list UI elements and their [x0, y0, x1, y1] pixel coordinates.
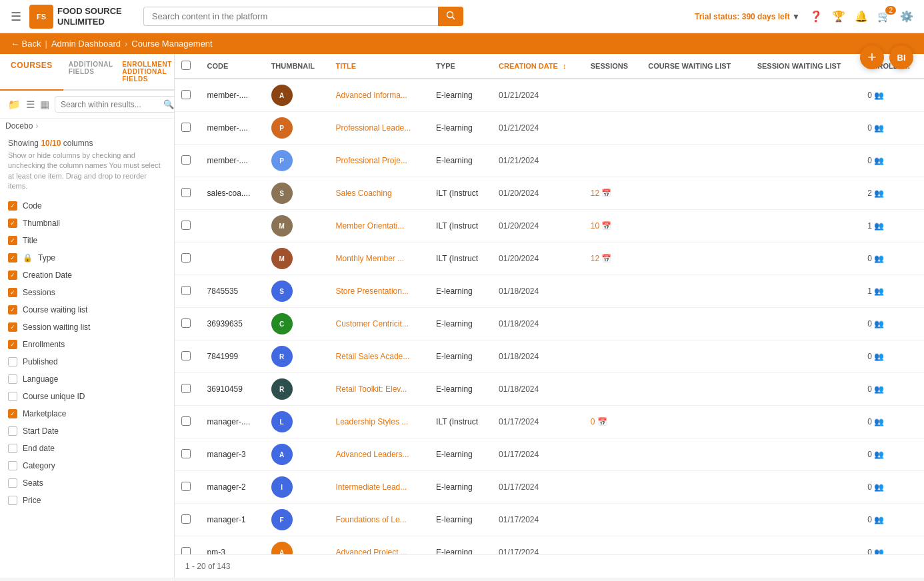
th-creation_date[interactable]: CREATION DATE ↕	[492, 54, 584, 79]
column-search-input[interactable]	[61, 100, 161, 109]
course-title-link[interactable]: Member Orientati...	[336, 221, 405, 231]
col-checkbox-course_waiting_list[interactable]: ✓	[8, 305, 17, 314]
search-input[interactable]	[143, 7, 438, 26]
col-checkbox-creation_date[interactable]: ✓	[8, 271, 17, 280]
col-checkbox-start_date[interactable]	[8, 426, 17, 436]
column-item-category[interactable]: Category	[0, 457, 174, 474]
col-checkbox-course_unique_id[interactable]	[8, 392, 17, 401]
row-checkbox[interactable]	[181, 188, 191, 197]
row-checkbox[interactable]	[181, 253, 191, 263]
column-item-end_date[interactable]: End date	[0, 440, 174, 457]
column-item-creation_date[interactable]: ✓Creation Date	[0, 267, 174, 284]
th-course_waiting_list[interactable]: COURSE WAITING LIST	[641, 54, 750, 79]
column-item-sessions[interactable]: ✓Sessions	[0, 284, 174, 301]
course-title-link[interactable]: Intermediate Lead...	[336, 482, 407, 492]
row-checkbox[interactable]	[181, 416, 191, 426]
course-title-link[interactable]: Advanced Leaders...	[336, 450, 409, 459]
column-item-language[interactable]: Language	[0, 370, 174, 388]
row-checkbox[interactable]	[181, 449, 191, 458]
col-checkbox-language[interactable]	[8, 374, 17, 384]
column-item-code[interactable]: ✓Code	[0, 197, 174, 215]
column-item-marketplace[interactable]: ✓Marketplace	[0, 405, 174, 422]
tab-courses[interactable]: COURSES	[0, 54, 63, 91]
column-item-seats[interactable]: Seats	[0, 474, 174, 492]
course-title-link[interactable]: Customer Centricit...	[336, 319, 409, 328]
column-item-published[interactable]: Published	[0, 353, 174, 370]
bell-icon[interactable]: 🔔	[855, 10, 868, 23]
course-title-link[interactable]: Store Presentation...	[336, 287, 409, 296]
cell-type: ILT (Instruct	[429, 210, 492, 243]
col-checkbox-thumbnail[interactable]: ✓	[8, 219, 17, 228]
row-checkbox[interactable]	[181, 318, 191, 328]
th-type[interactable]: TYPE	[429, 54, 492, 79]
row-checkbox[interactable]	[181, 384, 191, 393]
grid-icon[interactable]: ▦	[40, 99, 49, 111]
column-item-price[interactable]: Price	[0, 492, 174, 509]
col-checkbox-sessions[interactable]: ✓	[8, 288, 17, 297]
column-item-start_date[interactable]: Start Date	[0, 422, 174, 440]
col-checkbox-type[interactable]: ✓	[8, 253, 17, 263]
tab-additional-fields[interactable]: ADDITIONAL FIELDS	[63, 54, 118, 91]
thumbnail: S	[271, 281, 293, 302]
course-title-link[interactable]: Foundations of Le...	[336, 515, 407, 524]
cell-course-wl	[641, 373, 750, 406]
row-checkbox[interactable]	[181, 221, 191, 230]
col-checkbox-category[interactable]	[8, 461, 17, 470]
col-checkbox-seats[interactable]	[8, 478, 17, 488]
person-icon: 👥	[874, 515, 884, 524]
col-checkbox-enrollments[interactable]: ✓	[8, 340, 17, 349]
row-checkbox[interactable]	[181, 514, 191, 524]
settings-icon[interactable]: ⚙️	[900, 10, 913, 23]
col-checkbox-session_waiting_list[interactable]: ✓	[8, 322, 17, 332]
course-title-link[interactable]: Monthly Member ...	[336, 254, 405, 263]
column-item-course_waiting_list[interactable]: ✓Course waiting list	[0, 301, 174, 318]
table-row: 36910459RRetail Toolkit: Elev...E-learni…	[175, 373, 924, 406]
course-title-link[interactable]: Professional Proje...	[336, 156, 407, 165]
course-title-link[interactable]: Retail Sales Acade...	[336, 352, 410, 361]
header-checkbox[interactable]	[181, 61, 191, 70]
col-checkbox-marketplace[interactable]: ✓	[8, 409, 17, 418]
row-checkbox[interactable]	[181, 286, 191, 295]
help-icon[interactable]: ❓	[809, 10, 823, 23]
tab-enrollment-additional[interactable]: ENROLLMENT ADDITIONAL FIELDS	[118, 54, 175, 91]
row-checkbox[interactable]	[181, 90, 191, 99]
col-checkbox-code[interactable]: ✓	[8, 201, 17, 211]
row-checkbox[interactable]	[181, 351, 191, 360]
course-title-link[interactable]: Professional Leade...	[336, 123, 411, 133]
col-checkbox-price[interactable]	[8, 496, 17, 505]
th-title[interactable]: TITLE	[329, 54, 430, 79]
course-title-link[interactable]: Sales Coaching	[336, 189, 392, 198]
course-title-link[interactable]: Leadership Styles ...	[336, 417, 409, 426]
th-thumbnail[interactable]: THUMBNAIL	[265, 54, 329, 79]
column-item-course_unique_id[interactable]: Course unique ID	[0, 388, 174, 405]
add-fab[interactable]: +	[860, 45, 884, 69]
th-code[interactable]: CODE	[201, 54, 265, 79]
col-checkbox-published[interactable]	[8, 357, 17, 366]
course-title-link[interactable]: Advanced Project ...	[336, 548, 407, 554]
admin-dashboard-link[interactable]: Admin Dashboard	[51, 39, 121, 49]
user-fab[interactable]: BI	[889, 45, 913, 69]
row-checkbox[interactable]	[181, 155, 191, 165]
th-session_waiting_list[interactable]: SESSION WAITING LIST	[751, 54, 861, 79]
column-item-title[interactable]: ✓Title	[0, 232, 174, 249]
column-item-enrollments[interactable]: ✓Enrollments	[0, 336, 174, 353]
hamburger-icon[interactable]: ☰	[11, 9, 21, 24]
column-item-session_waiting_list[interactable]: ✓Session waiting list	[0, 318, 174, 336]
row-checkbox[interactable]	[181, 547, 191, 555]
th-sessions[interactable]: SESSIONS	[584, 54, 641, 79]
col-checkbox-title[interactable]: ✓	[8, 236, 17, 245]
filter-icon[interactable]: ☰	[26, 99, 35, 111]
back-button[interactable]: ← Back	[11, 39, 41, 49]
course-title-link[interactable]: Retail Toolkit: Elev...	[336, 384, 407, 394]
column-item-thumbnail[interactable]: ✓Thumbnail	[0, 215, 174, 232]
cart-icon[interactable]: 🛒2	[877, 10, 891, 23]
folder-icon[interactable]: 📁	[8, 99, 21, 111]
row-checkbox[interactable]	[181, 123, 191, 132]
search-button[interactable]	[438, 7, 463, 26]
col-checkbox-end_date[interactable]	[8, 444, 17, 453]
cell-type: E-learning	[429, 536, 492, 555]
course-title-link[interactable]: Advanced Informa...	[336, 91, 407, 100]
column-item-type[interactable]: ✓🔒Type	[0, 249, 174, 267]
row-checkbox[interactable]	[181, 482, 191, 491]
trophy-icon[interactable]: 🏆	[832, 10, 845, 23]
